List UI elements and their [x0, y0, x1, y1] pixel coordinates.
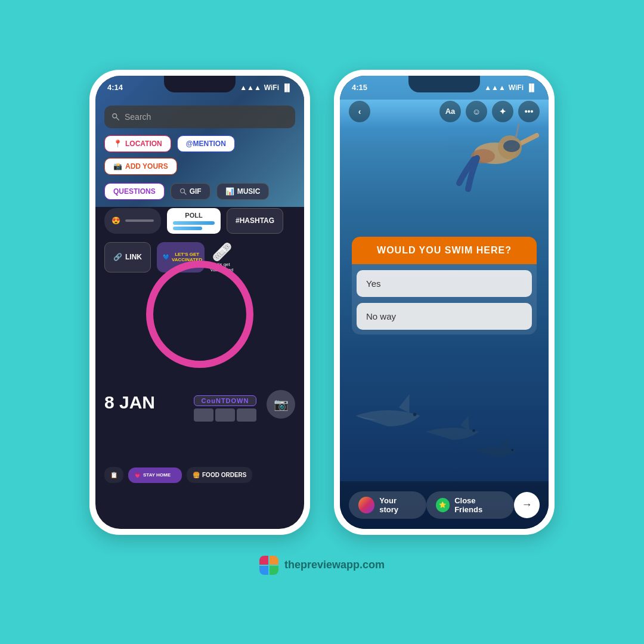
- poll-bar-1: [173, 221, 215, 225]
- music-sticker[interactable]: 📊 MUSIC: [216, 183, 270, 200]
- close-friends-label: Close Friends: [454, 496, 504, 514]
- date-sticker[interactable]: 8 JAN: [104, 392, 155, 413]
- hashtag-sticker[interactable]: #HASHTAG: [227, 208, 283, 234]
- notch-left: [164, 76, 236, 92]
- countdown-label: CouNTDOWN: [194, 395, 256, 406]
- diver-illustration: [423, 106, 543, 225]
- close-friends-option[interactable]: ⭐ Close Friends: [426, 491, 514, 519]
- logo-q4: [270, 566, 278, 575]
- your-story-option[interactable]: Your story: [349, 491, 426, 519]
- countdown-sticker[interactable]: CouNTDOWN: [194, 395, 256, 422]
- svg-point-10: [472, 429, 475, 432]
- story-bottom-bar: Your story ⭐ Close Friends →: [340, 481, 549, 529]
- signal-icon: ▲▲▲: [240, 83, 261, 92]
- text-style-button[interactable]: Aa: [439, 101, 461, 122]
- bandaid-icon: 🩹: [212, 242, 233, 262]
- mention-sticker[interactable]: @MENTION: [177, 135, 235, 152]
- bottom-stickers-row: 📋 💗 STAY HOME 🍔 FOOD ORDERS: [95, 428, 304, 523]
- sharks-illustration: [340, 362, 549, 469]
- bandaid-text: let's getvaccinated: [210, 262, 233, 273]
- phone-right: 4:15 ▲▲▲ WiFi ▐▌ ‹ Aa ☺: [334, 70, 555, 535]
- food-icon: 🍔: [193, 472, 200, 478]
- toolbar-right-buttons: Aa ☺ ✦ •••: [439, 101, 540, 122]
- wifi-icon: WiFi: [264, 83, 279, 92]
- camera-icon: 📷: [274, 397, 289, 411]
- poll-label: POLL: [185, 212, 202, 219]
- status-icons-left: ▲▲▲ WiFi ▐▌: [240, 83, 292, 92]
- question-card: WOULD YOU SWIM HERE? Yes No way: [352, 237, 537, 335]
- sparkle-icon: ✦: [499, 107, 506, 116]
- link-sticker[interactable]: 🔗 LINK: [104, 242, 151, 273]
- addyours-sticker[interactable]: 📸 ADD YOURS: [104, 158, 177, 175]
- ellipsis-icon: •••: [525, 107, 534, 116]
- face-icon: ☺: [472, 107, 481, 116]
- food-orders-text: FOOD ORDERS: [202, 472, 246, 478]
- covid-pass-sticker[interactable]: 📋: [104, 467, 123, 483]
- option-no[interactable]: No way: [357, 303, 532, 330]
- time-left: 4:14: [107, 83, 123, 92]
- phone-left: 4:14 ▲▲▲ WiFi ▐▌ Search: [89, 70, 310, 535]
- questions-sticker[interactable]: QUESTIONS: [104, 183, 165, 200]
- sticker-row-1: 📍 LOCATION @MENTION 📸 ADD YOURS: [104, 135, 295, 175]
- sticker-row-3: 😍 POLL #HA: [104, 208, 295, 234]
- location-pin-icon: 📍: [113, 140, 122, 148]
- your-story-label: Your story: [379, 496, 416, 514]
- vaccinated-text: LET'S GET VACCINATED: [172, 252, 202, 262]
- vaccinated-sticker[interactable]: 💙 LET'S GET VACCINATED: [157, 242, 205, 273]
- logo-q3: [259, 566, 268, 575]
- poll-sticker[interactable]: POLL: [167, 208, 221, 234]
- more-options-button[interactable]: •••: [518, 101, 540, 122]
- stay-home-heart-icon: 💗: [134, 472, 141, 478]
- logo-q1: [259, 556, 268, 565]
- bandaid-sticker[interactable]: 🩹 let's getvaccinated: [210, 242, 233, 273]
- location-sticker[interactable]: 📍 LOCATION: [104, 135, 171, 152]
- question-header: WOULD YOU SWIM HERE?: [352, 237, 537, 264]
- covid-pass-icon: 📋: [110, 472, 117, 478]
- camera-button[interactable]: 📷: [267, 390, 295, 419]
- emoji-slider-sticker[interactable]: 😍: [104, 208, 161, 234]
- svg-line-3: [184, 192, 186, 194]
- close-friends-icon: ⭐: [436, 498, 450, 512]
- sticker-grid: 📍 LOCATION @MENTION 📸 ADD YOURS QUESTION…: [104, 135, 295, 281]
- countdown-cell-3: [237, 408, 256, 422]
- gif-search-icon: [179, 188, 187, 195]
- vaccinated-heart-icon: 💙: [163, 254, 169, 260]
- brand-url: thepreviewapp.com: [284, 559, 385, 571]
- send-arrow-icon: →: [522, 499, 532, 511]
- search-bar[interactable]: Search: [104, 106, 295, 128]
- countdown-cell-1: [194, 408, 213, 422]
- option-yes[interactable]: Yes: [357, 270, 532, 297]
- status-icons-right: ▲▲▲ WiFi ▐▌: [484, 83, 537, 92]
- food-orders-sticker[interactable]: 🍔 FOOD ORDERS: [187, 467, 252, 483]
- your-story-icon: [358, 497, 374, 513]
- brand-logo: [259, 556, 278, 575]
- stay-home-sticker[interactable]: 💗 STAY HOME: [128, 467, 182, 483]
- branding: thepreviewapp.com: [259, 556, 385, 575]
- send-button[interactable]: →: [514, 492, 540, 518]
- time-right: 4:15: [352, 83, 367, 92]
- back-button[interactable]: ‹: [349, 101, 370, 122]
- stay-home-text: STAY HOME: [143, 472, 171, 478]
- story-toolbar: ‹ Aa ☺ ✦ •••: [340, 101, 549, 122]
- emoji-icon: 😍: [112, 216, 120, 225]
- svg-line-1: [116, 117, 119, 120]
- battery-icon-right: ▐▌: [527, 83, 537, 92]
- signal-icon-right: ▲▲▲: [484, 83, 506, 92]
- sticker-row-4: 🔗 LINK 💙 LET'S GET VACCINATED 🩹 let's ge…: [104, 242, 295, 273]
- countdown-grid: [194, 408, 256, 422]
- battery-icon: ▐▌: [282, 83, 292, 92]
- wifi-icon-right: WiFi: [509, 83, 524, 92]
- back-chevron-icon: ‹: [358, 107, 361, 116]
- svg-point-9: [413, 413, 416, 416]
- addyours-icon: 📸: [113, 162, 122, 171]
- svg-point-7: [503, 140, 520, 152]
- phones-row: 4:14 ▲▲▲ WiFi ▐▌ Search: [89, 70, 555, 535]
- gif-sticker[interactable]: GIF: [171, 183, 210, 200]
- logo-q2: [270, 556, 278, 565]
- poll-bars: [173, 221, 215, 230]
- music-bars-icon: 📊: [225, 187, 234, 196]
- effects-button[interactable]: ✦: [492, 101, 513, 122]
- svg-point-11: [512, 448, 514, 451]
- face-filter-button[interactable]: ☺: [466, 101, 487, 122]
- search-placeholder: Search: [125, 112, 151, 122]
